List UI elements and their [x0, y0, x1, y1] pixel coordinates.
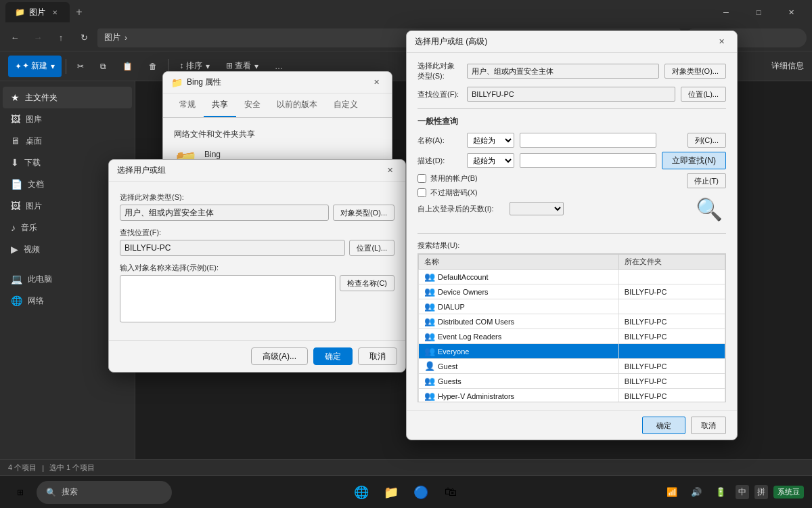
select-loc-label: 查找位置(F): [120, 228, 394, 238]
new-tab-btn[interactable]: + [70, 3, 89, 22]
cut-btn[interactable]: ✂ [70, 56, 91, 77]
adv-desc-select[interactable]: 起始为 [467, 153, 514, 168]
result-row[interactable]: 👥Hyper-V AdministratorsBILLYFU-PC [419, 389, 725, 403]
adv-loc-btn[interactable]: 位置(L)... [681, 87, 726, 102]
taskbar-wifi-icon[interactable]: 📶 [662, 483, 681, 502]
tab-previous[interactable]: 以前的版本 [269, 93, 325, 117]
adv-cancel-btn[interactable]: 取消 [691, 417, 726, 434]
result-name-cell: 👥Hyper-V Administrators [419, 389, 619, 403]
select-type-btn[interactable]: 对象类型(O)... [333, 205, 394, 221]
delete-btn[interactable]: 🗑 [142, 56, 164, 77]
adv-cb-noexpiry-row: 不过期密码(X) [418, 188, 656, 198]
sidebar-item-home[interactable]: ★ 主文件夹 [3, 87, 132, 108]
select-user-close[interactable]: ✕ [382, 163, 397, 178]
tab-security[interactable]: 安全 [236, 93, 269, 117]
item-count: 4 个项目 [8, 463, 37, 473]
sidebar-item-gallery[interactable]: 🖼 图库 [3, 108, 132, 130]
result-row[interactable]: 👥Distributed COM UsersBILLYFU-PC [419, 314, 725, 329]
status-sep: | [42, 464, 44, 472]
sidebar-label-pictures: 图片 [26, 200, 42, 212]
refresh-btn[interactable]: ↻ [74, 28, 93, 47]
sys-logo: 系统豆 [777, 488, 800, 496]
forward-btn[interactable]: → [28, 28, 47, 47]
taskbar-icon-edge[interactable]: 🔵 [407, 479, 434, 506]
result-row[interactable]: 👥GuestsBILLYFU-PC [419, 374, 725, 389]
select-loc-btn[interactable]: 位置(L)... [349, 240, 394, 256]
adv-loc-value: BILLYFU-PC [467, 87, 675, 102]
music-icon: ♪ [11, 222, 16, 233]
adv-search-btn[interactable]: 立即查找(N) [662, 152, 726, 169]
adv-close-btn[interactable]: ✕ [714, 35, 729, 49]
result-row[interactable]: 👥Everyone [419, 344, 725, 359]
adv-type-btn[interactable]: 对象类型(O)... [664, 64, 726, 79]
paste-icon: 📋 [122, 62, 133, 71]
up-btn[interactable]: ↑ [51, 28, 70, 47]
adv-name-label: 名称(A): [418, 135, 461, 146]
taskbar-right: 📶 🔊 🔋 中 拼 系统豆 [662, 483, 804, 502]
taskbar-icon-store[interactable]: 🛍 [437, 479, 464, 506]
tray-lang2[interactable]: 拼 [754, 485, 768, 499]
minimize-btn[interactable]: ─ [710, 2, 742, 22]
adv-cb-noexpiry[interactable] [418, 188, 426, 197]
taskbar-center-icons: 🌐 📁 🔵 🛍 [348, 479, 464, 506]
adv-ok-btn[interactable]: 确定 [642, 417, 685, 434]
maximize-btn[interactable]: □ [743, 2, 774, 22]
sidebar-item-desktop[interactable]: 🖥 桌面 [3, 130, 132, 152]
adv-cb-disabled[interactable] [418, 174, 426, 183]
adv-results-scroll[interactable]: 名称 所在文件夹 👥DefaultAccount👥Device OwnersBI… [418, 253, 726, 402]
result-row[interactable]: 👥Event Log ReadersBILLYFU-PC [419, 329, 725, 344]
copy-btn[interactable]: ⧉ [93, 56, 113, 77]
result-row[interactable]: 👥Device OwnersBILLYFU-PC [419, 284, 725, 299]
result-row[interactable]: 👤GuestBILLYFU-PC [419, 359, 725, 374]
advanced-btn[interactable]: 高级(A)... [251, 347, 308, 365]
adv-stop-btn[interactable]: 停止(T) [687, 173, 726, 188]
adv-query-title: 一般性查询 [418, 116, 726, 127]
select-ok-btn[interactable]: 确定 [313, 347, 353, 365]
adv-footer: 确定 取消 [407, 410, 737, 440]
start-btn[interactable]: ⊞ [8, 480, 32, 505]
videos-icon: ▶ [11, 244, 18, 255]
adv-days-label: 自上次登录后的天数(I): [418, 204, 505, 214]
active-tab[interactable]: 📁 图片 ✕ [5, 2, 70, 22]
close-btn[interactable]: ✕ [775, 2, 807, 22]
sys-tray-badge[interactable]: 系统豆 [773, 486, 804, 499]
tray-lang1[interactable]: 中 [736, 485, 749, 499]
taskbar-icon-files[interactable]: 📁 [378, 479, 405, 506]
adv-dialog-title-text: 选择用户或组 (高级) [415, 36, 487, 47]
tab-close-btn[interactable]: ✕ [49, 7, 60, 18]
adv-name-row: 名称(A): 起始为 [418, 133, 656, 148]
result-row[interactable]: 👥DefaultAccount [419, 270, 725, 284]
adv-col-btn[interactable]: 列(C)... [687, 133, 726, 148]
result-name-cell: 👥DIALUP [419, 299, 619, 314]
bing-props-titlebar: 📁 Bing 属性 ✕ [163, 72, 392, 93]
select-loc-row: 查找位置(F): BILLYFU-PC 位置(L)... [120, 228, 394, 256]
taskbar-volume-icon[interactable]: 🔊 [687, 483, 706, 502]
adv-body: 选择此对象类型(S): 用户、组或内置安全主体 对象类型(O)... 查找位置(… [407, 53, 737, 410]
result-row[interactable]: 👥DIALUP [419, 299, 725, 314]
adv-name-input[interactable] [520, 133, 656, 148]
taskbar-search[interactable]: 🔍 搜索 [37, 481, 172, 504]
adv-days-select[interactable] [510, 202, 564, 215]
view-dropdown-icon: ▾ [254, 62, 258, 71]
tab-general[interactable]: 常规 [171, 93, 204, 117]
tab-sharing[interactable]: 共享 [204, 93, 236, 117]
tab-custom[interactable]: 自定义 [325, 93, 366, 117]
paste-btn[interactable]: 📋 [116, 56, 139, 77]
adv-desc-input[interactable] [520, 153, 656, 168]
col-folder-header: 所在文件夹 [618, 255, 725, 270]
select-user-title: 选择用户或组 [117, 165, 166, 176]
result-icon: 👥 [424, 346, 435, 356]
result-folder-cell: BILLYFU-PC [618, 314, 725, 329]
bing-props-close[interactable]: ✕ [369, 75, 384, 90]
cut-icon: ✂ [77, 62, 84, 71]
taskbar-battery-icon[interactable]: 🔋 [711, 483, 730, 502]
select-input-textarea[interactable] [120, 275, 336, 322]
new-btn[interactable]: ✦ ✦ 新建 ▾ [8, 56, 62, 77]
select-cancel-btn[interactable]: 取消 [358, 347, 397, 365]
adv-name-select[interactable]: 起始为 [467, 133, 514, 148]
result-folder-cell [618, 344, 725, 359]
taskbar-icon-browser[interactable]: 🌐 [348, 479, 375, 506]
check-names-btn[interactable]: 检查名称(C) [340, 275, 394, 291]
back-btn[interactable]: ← [5, 28, 24, 47]
adv-cb-disabled-row: 禁用的帐户(B) [418, 173, 656, 184]
